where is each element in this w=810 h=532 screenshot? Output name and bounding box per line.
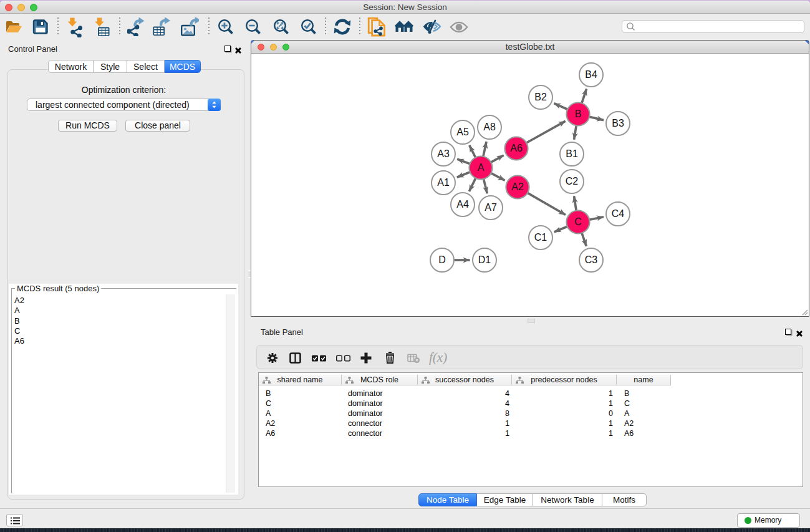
svg-text:A8: A8 bbox=[483, 122, 496, 132]
svg-text:B3: B3 bbox=[612, 118, 624, 128]
svg-text:C: C bbox=[574, 216, 582, 227]
svg-text:A6: A6 bbox=[510, 143, 523, 153]
svg-text:A5: A5 bbox=[456, 127, 469, 137]
svg-text:C1: C1 bbox=[534, 232, 547, 243]
svg-text:C2: C2 bbox=[566, 176, 579, 186]
svg-text:C3: C3 bbox=[585, 254, 598, 265]
svg-text:A4: A4 bbox=[456, 199, 469, 210]
svg-text:A1: A1 bbox=[437, 177, 450, 188]
svg-text:D1: D1 bbox=[478, 254, 491, 265]
svg-text:B: B bbox=[575, 109, 582, 119]
svg-text:B4: B4 bbox=[585, 69, 597, 80]
svg-text:A2: A2 bbox=[511, 181, 524, 192]
svg-text:A3: A3 bbox=[437, 148, 450, 159]
svg-text:D: D bbox=[438, 254, 446, 265]
svg-text:B2: B2 bbox=[534, 92, 547, 102]
svg-text:A: A bbox=[478, 162, 485, 173]
svg-text:C4: C4 bbox=[612, 208, 625, 219]
svg-text:A7: A7 bbox=[485, 202, 497, 213]
svg-text:B1: B1 bbox=[566, 148, 578, 159]
